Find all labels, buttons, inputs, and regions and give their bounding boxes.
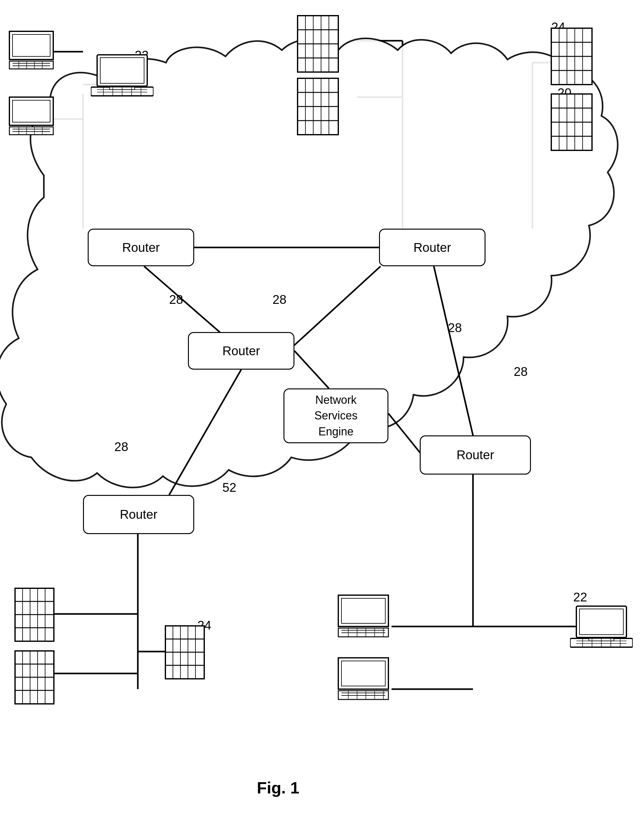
- server-icon-bl2: [12, 649, 57, 706]
- svg-text:28: 28: [114, 440, 129, 454]
- server-icon-fr2: [548, 91, 595, 153]
- svg-text:28: 28: [273, 293, 287, 306]
- router-right-label: Router: [456, 448, 494, 462]
- svg-text:52: 52: [222, 480, 236, 494]
- computer-icon-22: [91, 53, 153, 100]
- computer-icon-tl1: [6, 28, 63, 72]
- router-top-right: Router: [379, 229, 486, 266]
- computer-icon-br2: [335, 655, 404, 705]
- router-middle: Router: [188, 332, 294, 370]
- router-bottom-left-label: Router: [120, 508, 157, 522]
- svg-text:28: 28: [514, 365, 528, 378]
- svg-text:22: 22: [573, 590, 587, 604]
- server-icon-fr1: [548, 25, 595, 88]
- server-icon-bc: [163, 623, 207, 681]
- server-icon-tr2: [294, 75, 342, 138]
- router-top-left: Router: [88, 229, 194, 266]
- svg-rect-54: [100, 58, 144, 83]
- svg-text:28: 28: [448, 321, 462, 334]
- svg-rect-46: [9, 127, 53, 135]
- svg-text:28: 28: [169, 293, 183, 306]
- router-bottom-left: Router: [83, 495, 194, 534]
- server-icon-tr1: [294, 12, 342, 75]
- figure-label: Fig. 1: [257, 778, 299, 797]
- svg-line-15: [388, 414, 421, 454]
- router-right: Router: [420, 436, 531, 475]
- nse-box: NetworkServicesEngine: [284, 388, 388, 443]
- diagram: 28 28 28 28 28 52 24 20 22 24 22: [0, 0, 644, 816]
- router-top-right-label: Router: [414, 241, 451, 255]
- svg-rect-36: [12, 34, 50, 57]
- svg-rect-37: [9, 61, 53, 69]
- svg-rect-121: [342, 598, 385, 623]
- svg-rect-141: [580, 609, 623, 635]
- server-icon-bl1: [12, 586, 57, 644]
- router-top-left-label: Router: [122, 241, 160, 255]
- laptop-icon-br: [570, 604, 633, 652]
- router-middle-label: Router: [222, 344, 260, 358]
- svg-rect-45: [12, 100, 50, 122]
- computer-icon-br1: [335, 592, 404, 642]
- nse-label: NetworkServicesEngine: [314, 392, 357, 439]
- computer-icon-tl2: [6, 94, 63, 138]
- svg-rect-131: [342, 661, 385, 686]
